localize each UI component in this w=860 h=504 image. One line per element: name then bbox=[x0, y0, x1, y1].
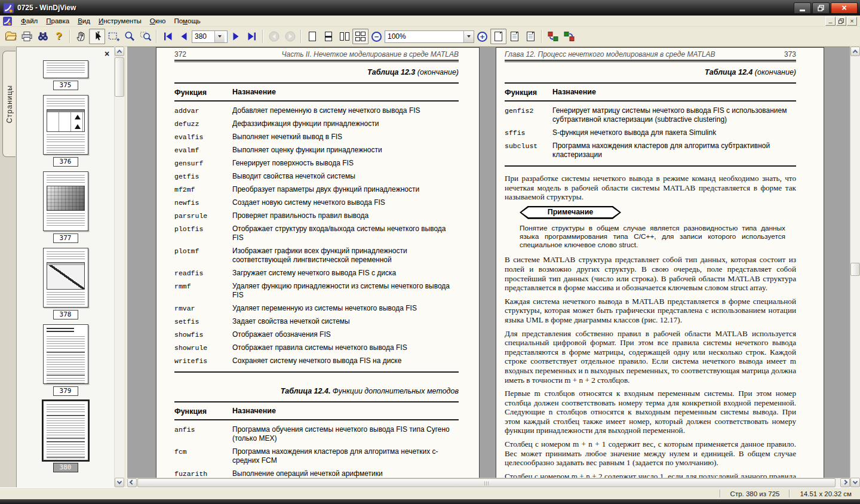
rotate-left-button[interactable] bbox=[545, 29, 561, 44]
toolbar-separator bbox=[69, 30, 70, 43]
last-page-button[interactable] bbox=[244, 29, 260, 44]
binoculars-icon bbox=[37, 30, 49, 42]
fit-page-button[interactable] bbox=[490, 29, 506, 44]
paragraph: Каждая система нечеткого вывода в MATLAB… bbox=[505, 297, 796, 325]
page-thumbnail-379[interactable]: 379 bbox=[17, 324, 114, 401]
zoom-tool-button[interactable] bbox=[121, 29, 137, 44]
scrollbar-thumb[interactable] bbox=[850, 263, 860, 276]
select-tool-button[interactable] bbox=[89, 29, 105, 44]
zoom-level-value[interactable]: 100% bbox=[385, 31, 463, 42]
next-page-button[interactable] bbox=[228, 29, 244, 44]
function-description: Отображает структуру входа/выхода систем… bbox=[232, 225, 459, 242]
scrollbar-thumb[interactable] bbox=[137, 478, 836, 487]
first-page-button[interactable] bbox=[159, 29, 176, 44]
scroll-down-button[interactable] bbox=[115, 478, 124, 487]
scroll-up-button[interactable] bbox=[115, 47, 124, 56]
plus-icon: + bbox=[477, 32, 487, 42]
close-button[interactable]: × bbox=[831, 2, 858, 14]
note-text: Понятие структуры в общем случае являетс… bbox=[520, 224, 785, 250]
thumbnail-label[interactable]: 375 bbox=[53, 81, 78, 90]
rotate-right-icon bbox=[563, 30, 575, 42]
menu-window[interactable]: Окно bbox=[146, 16, 170, 26]
menu-tools[interactable]: Инструменты bbox=[94, 16, 146, 26]
function-name: setfis bbox=[174, 317, 232, 326]
mdi-minimize-button[interactable]: – bbox=[825, 17, 836, 26]
print-button[interactable] bbox=[19, 29, 35, 44]
header-rule bbox=[505, 60, 796, 62]
next-page-icon bbox=[232, 32, 240, 41]
page-thumbnail-375[interactable]: 375 bbox=[17, 60, 114, 95]
scrollbar-track[interactable] bbox=[137, 478, 840, 487]
function-description: Дефаззификация функции принадлежности bbox=[232, 119, 459, 128]
help-button[interactable]: ? bbox=[51, 29, 67, 44]
function-description: Создает новую систему нечеткого вывода F… bbox=[232, 198, 459, 207]
scrollbar-track[interactable] bbox=[850, 56, 860, 478]
minimize-button[interactable] bbox=[794, 2, 811, 14]
mdi-restore-button[interactable] bbox=[836, 17, 846, 26]
tab-pages[interactable]: Страницы bbox=[2, 51, 16, 157]
scroll-down-button[interactable] bbox=[850, 478, 860, 487]
page-number-input[interactable] bbox=[192, 31, 214, 42]
thumbnail-label[interactable]: 380 bbox=[53, 463, 78, 472]
thumbnail-image bbox=[43, 171, 88, 231]
actual-size-button[interactable] bbox=[523, 29, 539, 44]
menu-help[interactable]: Помощь bbox=[170, 16, 204, 26]
menu-edit[interactable]: Правка bbox=[42, 16, 73, 26]
open-file-button[interactable] bbox=[2, 29, 19, 44]
function-description: Удаляет функцию принадлежности из систем… bbox=[232, 282, 459, 300]
thumbnails-scrollbar[interactable] bbox=[114, 47, 124, 487]
select-area-button[interactable] bbox=[105, 29, 121, 44]
scrollbar-thumb[interactable] bbox=[115, 57, 124, 97]
actual-size-icon bbox=[527, 32, 535, 41]
thumbnail-label[interactable]: 377 bbox=[53, 233, 78, 243]
chevron-down-icon bbox=[467, 35, 471, 38]
page-number-dropdown-button[interactable] bbox=[214, 31, 225, 42]
rotate-right-button[interactable] bbox=[561, 29, 577, 44]
fit-width-button[interactable] bbox=[506, 29, 523, 44]
menu-view[interactable]: Вид bbox=[73, 16, 94, 26]
forward-button[interactable] bbox=[282, 29, 298, 44]
facing-pages-layout-button[interactable] bbox=[336, 29, 352, 44]
horizontal-scrollbar[interactable] bbox=[127, 478, 850, 487]
restore-button[interactable] bbox=[812, 2, 830, 14]
thumbnail-sketch bbox=[47, 251, 85, 260]
thumbnail-label[interactable]: 379 bbox=[53, 386, 78, 396]
close-panel-button[interactable]: × bbox=[102, 49, 112, 59]
zoom-dropdown-button[interactable] bbox=[463, 31, 474, 42]
title-bar[interactable]: 0725 - WinDjView × bbox=[0, 0, 860, 16]
custom-zoom-button[interactable] bbox=[137, 29, 153, 44]
find-button[interactable] bbox=[35, 29, 51, 44]
zoom-out-button[interactable]: − bbox=[368, 29, 385, 44]
zoom-in-button[interactable]: + bbox=[474, 29, 490, 44]
pan-tool-button[interactable] bbox=[73, 29, 89, 44]
function-description: Программа нахождения кластеров для алгор… bbox=[552, 142, 796, 159]
table-row: gensurf Генерирует поверхность вывода FI… bbox=[174, 159, 459, 168]
back-button[interactable] bbox=[266, 29, 282, 44]
function-name: mf2mf bbox=[174, 185, 232, 194]
single-page-layout-button[interactable] bbox=[304, 29, 320, 44]
page-thumbnail-376[interactable]: 376 bbox=[17, 95, 114, 171]
paragraph: Для представления собственно правил в ра… bbox=[505, 329, 796, 385]
table-12-3: Функция Назначение addvar Добавляет пере… bbox=[174, 82, 459, 373]
scroll-right-button[interactable] bbox=[840, 478, 850, 487]
function-description: Отображает обозначения FIS bbox=[232, 330, 459, 339]
function-description: Отображает правила системы нечеткого выв… bbox=[232, 343, 459, 352]
scroll-up-button[interactable] bbox=[850, 47, 860, 56]
page-thumbnail-377[interactable]: 377 bbox=[17, 171, 114, 248]
document-view[interactable]: 372 Часть II. Нечеткое моделирование в с… bbox=[127, 47, 850, 487]
chevron-left-icon bbox=[130, 480, 134, 484]
continuous-layout-button[interactable] bbox=[320, 29, 336, 44]
thumbnail-label[interactable]: 376 bbox=[53, 157, 78, 167]
previous-page-button[interactable] bbox=[176, 29, 192, 44]
scroll-left-button[interactable] bbox=[127, 478, 137, 487]
vertical-scrollbar[interactable] bbox=[850, 47, 860, 487]
thumbnail-label[interactable]: 378 bbox=[53, 310, 78, 319]
continuous-facing-layout-button[interactable] bbox=[352, 29, 368, 44]
page-thumbnail-380[interactable]: 380 bbox=[17, 401, 114, 477]
page-thumbnail-378[interactable]: 378 bbox=[17, 248, 114, 324]
mdi-close-button[interactable]: × bbox=[847, 17, 857, 26]
close-icon: × bbox=[105, 49, 109, 59]
note-block: Примечание Понятие структуры в общем слу… bbox=[520, 206, 785, 250]
menu-file[interactable]: Файл bbox=[17, 16, 42, 26]
scrollbar-track[interactable] bbox=[115, 56, 124, 478]
